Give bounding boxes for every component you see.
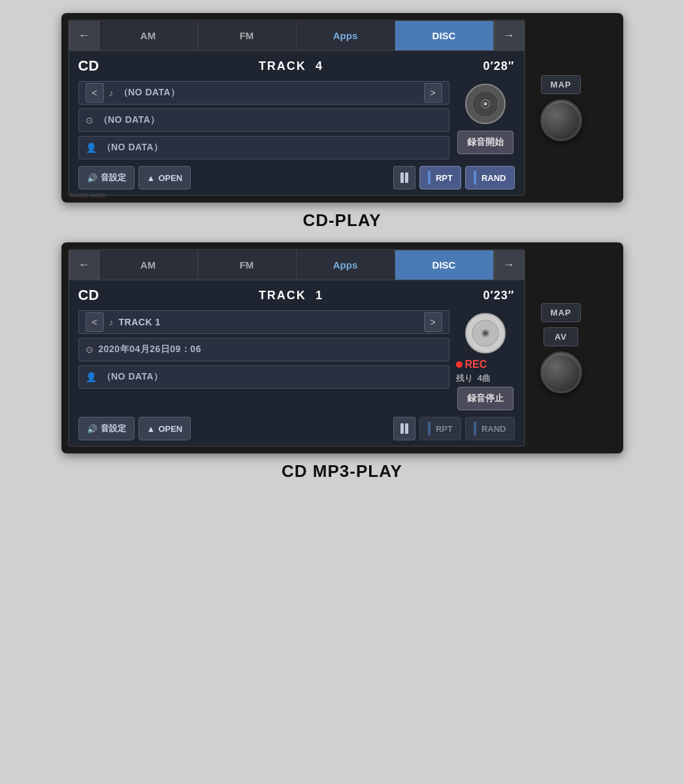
svg-point-3 (483, 102, 487, 106)
rpt-label-1: RPT (436, 173, 453, 183)
time-info-1: 0′28″ (483, 59, 515, 73)
av-btn-2[interactable]: AV (544, 327, 578, 346)
pause-btn-1[interactable] (393, 166, 415, 189)
nav-forward-2[interactable]: → (494, 250, 524, 280)
content-1: CD TRACK 4 0′28″ < ♪ （NO DATA） > (69, 51, 524, 195)
eject-icon-2: ▲ (147, 424, 155, 434)
rand-bar-2 (474, 421, 476, 436)
music-icon-1: ♪ (109, 88, 114, 98)
screen-2: ← AM FM Apps DISC → CD TRACK 1 0′23″ (68, 249, 525, 447)
bottom-left-2: 🔊 音設定 ▲ OPEN (78, 417, 191, 440)
track-row-1: < ♪ （NO DATA） > (78, 81, 449, 105)
map-btn-1[interactable]: MAP (541, 75, 581, 94)
disc-row-1: ⊙ （NO DATA） (78, 108, 449, 132)
speaker-icon-2: 🔊 (87, 424, 97, 434)
nav-bar-2: ← AM FM Apps DISC → (69, 250, 524, 280)
info-row-1: CD TRACK 4 0′28″ (78, 57, 515, 74)
bottom-left-1: 🔊 音設定 ▲ OPEN (78, 166, 191, 189)
car-unit-2: ← AM FM Apps DISC → CD TRACK 1 0′23″ (61, 242, 623, 453)
rec-remaining-2: 残り 4曲 (456, 372, 491, 384)
person-row-2: 👤 （NO DATA） (78, 365, 449, 389)
person-row-1: 👤 （NO DATA） (78, 136, 449, 159)
person-icon-1: 👤 (86, 142, 97, 153)
tab-fm-2[interactable]: FM (198, 250, 297, 280)
unit1-label: CD-PLAY (302, 210, 381, 231)
tab-disc-1[interactable]: DISC (395, 21, 494, 50)
time-info-2: 0′23″ (483, 289, 515, 302)
track-row-2: < ♪ TRACK 1 > (78, 310, 449, 334)
pause-bar-left-2 (400, 423, 404, 434)
open-btn-1[interactable]: ▲ OPEN (138, 166, 191, 189)
sound-settings-btn-2[interactable]: 🔊 音設定 (78, 417, 135, 440)
rpt-btn-2[interactable]: RPT (419, 417, 461, 440)
car-unit-1: ← AM FM Apps DISC → CD TRACK 4 0′28″ (61, 13, 623, 203)
speaker-icon-1: 🔊 (87, 173, 97, 183)
tab-am-1[interactable]: AM (99, 21, 198, 50)
nav-back-1[interactable]: ← (69, 21, 99, 50)
volume-knob-1[interactable] (540, 99, 582, 141)
screen-1: ← AM FM Apps DISC → CD TRACK 4 0′28″ (68, 20, 525, 196)
volume-knob-2[interactable] (540, 351, 582, 393)
person-text-2: （NO DATA） (102, 371, 442, 383)
rand-label-1: RAND (481, 173, 506, 183)
tab-fm-1[interactable]: FM (198, 21, 297, 50)
right-panel-2: MAP AV (532, 299, 591, 397)
rpt-bar-1 (428, 171, 431, 185)
right-top-2: MAP AV (541, 303, 581, 346)
map-btn-2[interactable]: MAP (541, 303, 581, 322)
open-label-2: OPEN (158, 424, 182, 434)
track-info-1: TRACK 4 (259, 59, 323, 73)
open-btn-2[interactable]: ▲ OPEN (138, 417, 191, 440)
bottom-area-1: 🔊 音設定 ▲ OPEN (78, 166, 515, 189)
rand-bar-1 (474, 171, 476, 185)
rec-label-2: REC (465, 359, 487, 370)
next-track-btn-1[interactable]: > (424, 83, 442, 103)
info-row-2: CD TRACK 1 0′23″ (78, 287, 515, 304)
disc-visual-1 (463, 81, 508, 127)
disc-icon-row-1: ⊙ (86, 115, 93, 125)
open-label-1: OPEN (158, 173, 182, 183)
svg-point-7 (483, 331, 487, 335)
tab-disc-2[interactable]: DISC (395, 250, 494, 280)
disc-icon-row-2: ⊙ (86, 344, 93, 355)
rpt-bar-2 (428, 421, 431, 436)
rec-start-btn-1[interactable]: 録音開始 (457, 131, 513, 154)
data-area-1: < ♪ （NO DATA） > ⊙ （NO DATA） 👤 (78, 81, 515, 159)
tab-apps-1[interactable]: Apps (297, 21, 395, 50)
unit1-wrapper: ← AM FM Apps DISC → CD TRACK 4 0′28″ (42, 13, 643, 242)
right-panel-1: MAP (532, 71, 591, 145)
nav-forward-1[interactable]: → (494, 21, 524, 50)
person-icon-2: 👤 (86, 372, 97, 382)
bottom-right-1: RPT RAND (393, 166, 515, 189)
pause-bar-right-2 (405, 423, 408, 434)
rec-stop-btn-2[interactable]: 録音停止 (457, 387, 513, 410)
disc-visual-2 (463, 310, 508, 356)
track-info-2: TRACK 1 (259, 289, 323, 302)
bottom-area-2: 🔊 音設定 ▲ OPEN (78, 417, 515, 440)
source-label-2: CD (78, 287, 99, 304)
track-text-2: TRACK 1 (119, 317, 419, 327)
sound-settings-btn-1[interactable]: 🔊 音設定 (78, 166, 135, 189)
nav-back-2[interactable]: ← (69, 250, 99, 280)
pause-bar-left-1 (400, 172, 404, 183)
rand-btn-2[interactable]: RAND (465, 417, 515, 440)
tab-apps-2[interactable]: Apps (297, 250, 395, 280)
person-text-1: （NO DATA） (102, 142, 442, 154)
tab-am-2[interactable]: AM (99, 250, 198, 280)
rpt-btn-1[interactable]: RPT (419, 166, 461, 189)
model-label-1: NH320-W820 (71, 192, 106, 196)
prev-track-btn-2[interactable]: < (86, 312, 104, 332)
unit2-label: CD MP3-PLAY (282, 461, 402, 482)
rand-btn-1[interactable]: RAND (465, 166, 515, 189)
rec-dot-2 (456, 361, 463, 368)
rec-badge-2: REC (456, 359, 487, 370)
pause-btn-2[interactable] (393, 417, 415, 440)
music-icon-2: ♪ (109, 317, 114, 327)
prev-track-btn-1[interactable]: < (86, 83, 104, 103)
data-rows-1: < ♪ （NO DATA） > ⊙ （NO DATA） 👤 (78, 81, 449, 159)
sound-label-1: 音設定 (101, 172, 126, 184)
data-rows-2: < ♪ TRACK 1 > ⊙ 2020年04月26日09：06 👤 (78, 310, 449, 410)
sound-label-2: 音設定 (101, 423, 126, 434)
next-track-btn-2[interactable]: > (424, 312, 442, 332)
unit2-wrapper: ← AM FM Apps DISC → CD TRACK 1 0′23″ (42, 242, 643, 493)
